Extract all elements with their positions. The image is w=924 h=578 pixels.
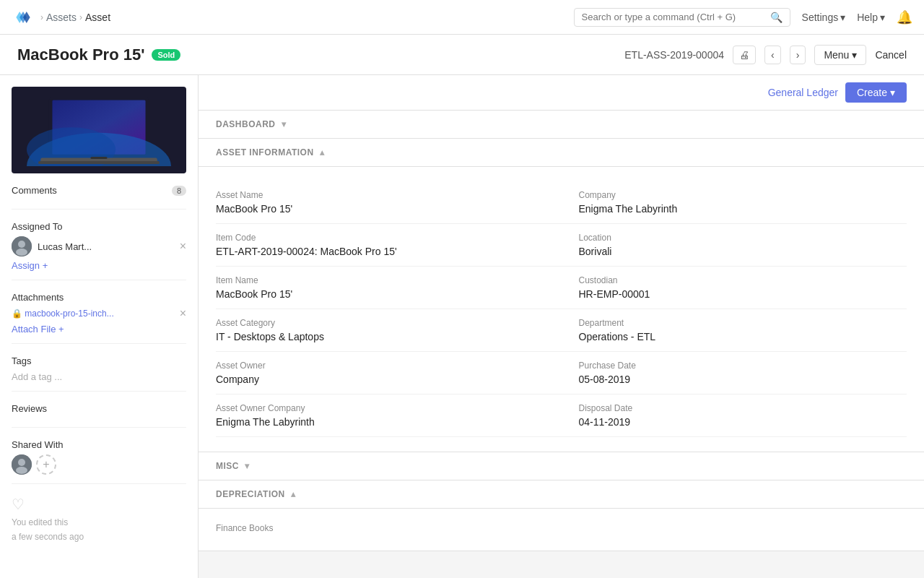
page-header: MacBook Pro 15' Sold ETL-ASS-2019-00004 …: [0, 35, 924, 75]
top-navigation: › Assets › Asset 🔍 Settings ▾ Help ▾ 🔔: [0, 0, 924, 35]
assigned-to-label: Assigned To: [12, 221, 186, 232]
heart-icon[interactable]: ♡: [12, 496, 25, 512]
tags-label: Tags: [12, 355, 186, 366]
asset-image: [12, 87, 186, 173]
field-item-name: Item Name MacBook Pro 15': [216, 267, 562, 309]
assignee-avatar: [12, 236, 32, 256]
remove-assignee-button[interactable]: ×: [180, 240, 186, 253]
depreciation-section-header[interactable]: DEPRECIATION ▴: [199, 480, 924, 509]
attachments-section: Attachments 🔒 macbook-pro-15-inch... × A…: [12, 292, 186, 344]
settings-chevron-icon: ▾: [840, 12, 845, 23]
general-ledger-button[interactable]: General Ledger: [768, 87, 838, 98]
reviews-label: Reviews: [12, 403, 186, 414]
asset-info-section: ASSET INFORMATION ▴ Asset Name MacBook P…: [199, 139, 924, 452]
asset-info-section-label: ASSET INFORMATION: [216, 147, 314, 158]
content-top-bar: General Ledger Create ▾: [199, 75, 924, 111]
field-asset-category: Asset Category IT - Desktops & Laptops: [216, 309, 562, 352]
misc-section-header[interactable]: MISC ▾: [199, 452, 924, 480]
remove-attachment-button[interactable]: ×: [180, 307, 186, 320]
field-purchase-date: Purchase Date 05-08-2019: [562, 352, 907, 394]
finance-books-label: Finance Books: [216, 523, 907, 533]
create-chevron-icon: ▾: [890, 87, 895, 98]
misc-section-label: MISC: [216, 461, 239, 471]
assignee-row: Lucas Mart... ×: [12, 236, 186, 256]
comments-count: 8: [172, 186, 186, 196]
main-content: General Ledger Create ▾ DASHBOARD ▾ ASSE…: [199, 75, 924, 578]
print-button[interactable]: 🖨: [733, 46, 756, 64]
field-asset-owner-company: Asset Owner Company Enigma The Labyrinth: [216, 394, 562, 437]
search-input[interactable]: [582, 12, 767, 22]
comments-section: Comments 8: [12, 185, 186, 210]
activity-section: ♡ You edited this a few seconds ago: [12, 496, 186, 542]
dashboard-section-header[interactable]: DASHBOARD ▾: [199, 111, 924, 139]
help-chevron-icon: ▾: [880, 12, 885, 23]
shared-avatars: +: [12, 454, 186, 475]
field-location: Location Borivali: [562, 224, 907, 267]
add-tag-button[interactable]: Add a tag ...: [12, 371, 62, 382]
depreciation-section-label: DEPRECIATION: [216, 489, 285, 499]
breadcrumb-sep-2: ›: [79, 12, 82, 22]
main-layout: Comments 8 Assigned To Lucas Mart... ×: [0, 75, 924, 578]
header-right: ETL-ASS-2019-00004 🖨 ‹ › Menu ▾ Cancel: [624, 45, 907, 65]
app-logo[interactable]: [12, 6, 35, 29]
help-button[interactable]: Help ▾: [857, 12, 885, 23]
svg-point-13: [18, 459, 25, 466]
cancel-button[interactable]: Cancel: [875, 49, 907, 61]
menu-chevron-icon: ▾: [852, 49, 857, 61]
svg-point-10: [18, 241, 25, 248]
search-icon: 🔍: [770, 12, 783, 23]
page-title: MacBook Pro 15': [17, 46, 144, 64]
prev-record-button[interactable]: ‹: [764, 46, 781, 64]
depreciation-section: DEPRECIATION ▴ Finance Books: [199, 480, 924, 551]
status-badge: Sold: [152, 49, 180, 61]
attachment-row: 🔒 macbook-pro-15-inch... ×: [12, 307, 186, 320]
comments-label: Comments 8: [12, 185, 186, 196]
assigned-to-section: Assigned To Lucas Mart... × Assign +: [12, 221, 186, 280]
asset-info-fields: Asset Name MacBook Pro 15' Company Enigm…: [216, 181, 907, 437]
asset-info-section-body: Asset Name MacBook Pro 15' Company Enigm…: [199, 167, 924, 452]
create-button[interactable]: Create ▾: [845, 82, 907, 103]
field-custodian: Custodian HR-EMP-00001: [562, 267, 907, 309]
depreciation-section-body: Finance Books: [199, 509, 924, 551]
notification-bell-icon[interactable]: 🔔: [897, 9, 912, 25]
svg-point-14: [16, 467, 27, 474]
field-disposal-date: Disposal Date 04-11-2019: [562, 394, 907, 437]
attachments-label: Attachments: [12, 292, 186, 303]
field-department: Department Operations - ETL: [562, 309, 907, 352]
attachment-link[interactable]: 🔒 macbook-pro-15-inch...: [12, 309, 175, 319]
dashboard-section-label: DASHBOARD: [216, 119, 276, 129]
svg-rect-7: [38, 161, 160, 164]
breadcrumb-sep-1: ›: [40, 12, 43, 22]
menu-button[interactable]: Menu ▾: [814, 45, 866, 65]
asset-info-section-header[interactable]: ASSET INFORMATION ▴: [199, 139, 924, 167]
edited-subtext: a few seconds ago: [12, 532, 186, 542]
field-asset-owner: Asset Owner Company: [216, 352, 562, 394]
assign-button[interactable]: Assign +: [12, 260, 48, 271]
svg-point-11: [16, 249, 27, 256]
topnav-actions: Settings ▾ Help ▾ 🔔: [802, 9, 912, 25]
asset-info-toggle-icon: ▴: [320, 147, 325, 158]
sidebar: Comments 8 Assigned To Lucas Mart... ×: [0, 75, 199, 578]
dashboard-toggle-icon: ▾: [282, 119, 287, 129]
asset-id: ETL-ASS-2019-00004: [624, 49, 724, 61]
settings-button[interactable]: Settings ▾: [802, 12, 846, 23]
reviews-section: Reviews: [12, 403, 186, 428]
search-container: 🔍: [574, 8, 790, 27]
attach-file-button[interactable]: Attach File +: [12, 324, 64, 335]
shared-with-section: Shared With +: [12, 439, 186, 484]
breadcrumb-asset[interactable]: Asset: [85, 12, 110, 23]
depreciation-toggle-icon: ▴: [291, 489, 296, 499]
breadcrumb-assets[interactable]: Assets: [46, 12, 77, 23]
next-record-button[interactable]: ›: [790, 46, 806, 64]
tags-section: Tags Add a tag ...: [12, 355, 186, 392]
misc-toggle-icon: ▾: [245, 461, 250, 471]
breadcrumb: › Assets › Asset: [40, 12, 110, 23]
field-asset-name: Asset Name MacBook Pro 15': [216, 181, 562, 224]
field-company: Company Enigma The Labyrinth: [562, 181, 907, 224]
shared-with-label: Shared With: [12, 439, 186, 450]
field-item-code: Item Code ETL-ART-2019-00024: MacBook Pr…: [216, 224, 562, 267]
assignee-name: Lucas Mart...: [38, 241, 174, 252]
edited-text: You edited this: [12, 517, 186, 527]
svg-rect-8: [90, 157, 107, 159]
add-shared-button[interactable]: +: [36, 454, 56, 475]
